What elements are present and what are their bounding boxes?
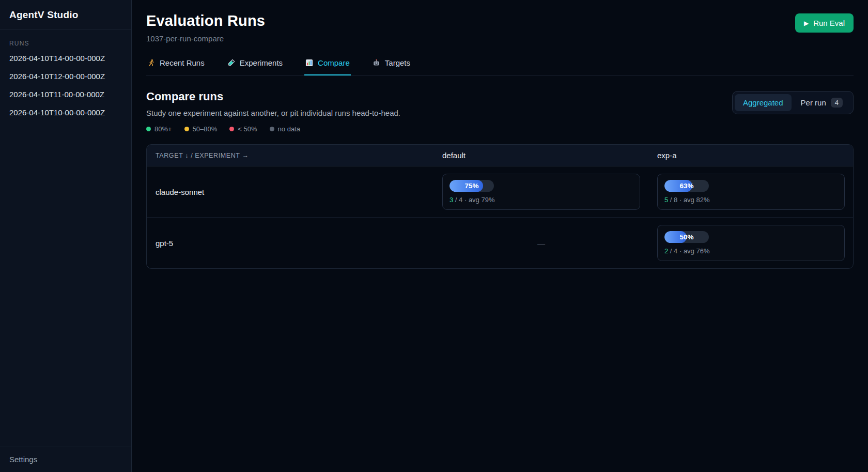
score-legend: 80%+ 50–80% < 50% no data [146, 125, 400, 133]
legend-label: no data [278, 125, 300, 133]
score-card: 63% 5 / 8 · avg 82% [657, 174, 845, 210]
compare-table: TARGET ↓ / EXPERIMENT → default exp-a cl… [146, 144, 854, 269]
per-run-count-badge: 4 [831, 98, 843, 108]
compare-title: Compare runs [146, 90, 400, 103]
legend-item-high: 80%+ [146, 125, 172, 133]
app-title: AgentV Studio [0, 0, 131, 29]
robot-icon [373, 59, 380, 67]
toggle-per-run[interactable]: Per run 4 [793, 94, 851, 112]
view-mode-toggle: Aggregated Per run 4 [732, 91, 854, 114]
bar-chart-icon [305, 59, 313, 67]
green-dot-icon [146, 127, 151, 131]
target-label: claude-sonnet [147, 188, 442, 196]
legend-item-nodata: no data [270, 125, 300, 133]
play-icon: ▶ [804, 20, 809, 26]
sidebar-item-run[interactable]: 2026-04-10T11-00-00-000Z [0, 85, 131, 103]
run-eval-button[interactable]: ▶ Run Eval [795, 13, 854, 33]
column-header-exp-a: exp-a [657, 151, 853, 160]
separator: / [453, 196, 459, 204]
score-stats: 2 / 4 · avg 76% [664, 247, 838, 255]
score-stats: 5 / 8 · avg 82% [664, 196, 838, 204]
run-eval-label: Run Eval [813, 19, 845, 27]
separator: · [677, 196, 684, 204]
test-tube-icon [227, 59, 235, 67]
settings-link[interactable]: Settings [9, 455, 37, 464]
legend-label: 80%+ [154, 125, 172, 133]
red-dot-icon [229, 127, 234, 131]
separator: / [668, 247, 674, 255]
legend-item-mid: 50–80% [184, 125, 218, 133]
sidebar-item-run[interactable]: 2026-04-10T10-00-00-000Z [0, 103, 131, 121]
pill-percent-label: 75% [450, 180, 494, 192]
tab-recent-runs[interactable]: Recent Runs [146, 55, 206, 75]
tab-experiments[interactable]: Experiments [226, 55, 284, 75]
toggle-aggregated-label: Aggregated [743, 98, 783, 107]
avg-score: avg 82% [684, 196, 710, 204]
toggle-per-run-label: Per run [801, 98, 826, 107]
table-header-row: TARGET ↓ / EXPERIMENT → default exp-a [147, 145, 853, 166]
separator: · [462, 196, 469, 204]
compare-header-text: Compare runs Study one experiment agains… [146, 90, 400, 133]
tab-compare[interactable]: Compare [304, 55, 351, 75]
legend-label: < 50% [238, 125, 257, 133]
score-pill: 75% [450, 180, 494, 192]
target-label: gpt-5 [147, 239, 442, 248]
separator: / [668, 196, 674, 204]
tab-label: Compare [318, 58, 350, 67]
cell-claude-sonnet-exp-a[interactable]: 63% 5 / 8 · avg 82% [657, 174, 853, 210]
sidebar-item-run[interactable]: 2026-04-10T12-00-00-000Z [0, 67, 131, 85]
legend-item-low: < 50% [229, 125, 257, 133]
page-subtitle: 1037-per-run-compare [146, 34, 265, 43]
runner-icon [147, 59, 155, 67]
no-data-dash: — [442, 239, 640, 248]
tab-targets[interactable]: Targets [371, 55, 411, 75]
avg-score: avg 76% [684, 247, 710, 255]
cell-gpt-5-default: — [442, 239, 657, 248]
yellow-dot-icon [184, 127, 189, 131]
score-pill: 63% [664, 180, 709, 192]
toggle-aggregated[interactable]: Aggregated [735, 94, 792, 111]
cell-claude-sonnet-default[interactable]: 75% 3 / 4 · avg 79% [442, 174, 657, 210]
runs-list: 2026-04-10T14-00-00-000Z 2026-04-10T12-0… [0, 49, 131, 121]
sidebar: AgentV Studio RUNS 2026-04-10T14-00-00-0… [0, 0, 132, 472]
tab-label: Recent Runs [160, 58, 205, 67]
corner-header: TARGET ↓ / EXPERIMENT → [147, 152, 442, 159]
tab-bar: Recent Runs Experiments [146, 55, 854, 75]
tab-label: Targets [385, 58, 410, 67]
column-header-default: default [442, 151, 657, 160]
compare-description: Study one experiment against another, or… [146, 109, 400, 117]
pill-percent-label: 63% [664, 180, 709, 192]
tab-label: Experiments [240, 58, 283, 67]
sidebar-item-run[interactable]: 2026-04-10T14-00-00-000Z [0, 49, 131, 67]
compare-header: Compare runs Study one experiment agains… [146, 90, 854, 133]
legend-label: 50–80% [193, 125, 218, 133]
app-root: AgentV Studio RUNS 2026-04-10T14-00-00-0… [0, 0, 868, 472]
table-row: gpt-5 — 50% 2 / 4 · avg 76% [147, 218, 853, 268]
score-stats: 3 / 4 · avg 79% [450, 196, 633, 204]
score-pill: 50% [664, 231, 709, 243]
gray-dot-icon [270, 127, 274, 131]
score-card: 50% 2 / 4 · avg 76% [657, 225, 845, 261]
cell-gpt-5-exp-a[interactable]: 50% 2 / 4 · avg 76% [657, 225, 853, 261]
separator: · [677, 247, 684, 255]
score-card: 75% 3 / 4 · avg 79% [442, 174, 640, 210]
page-title: Evaluation Runs [146, 12, 265, 29]
sidebar-footer: Settings [0, 447, 131, 472]
page-header-text: Evaluation Runs 1037-per-run-compare [146, 12, 265, 43]
page-header: Evaluation Runs 1037-per-run-compare ▶ R… [146, 12, 854, 43]
avg-score: avg 79% [469, 196, 495, 204]
table-row: claude-sonnet 75% 3 / 4 · avg 79% [147, 166, 853, 218]
runs-section-label: RUNS [9, 40, 122, 47]
pill-percent-label: 50% [664, 231, 709, 243]
main-content: Evaluation Runs 1037-per-run-compare ▶ R… [132, 0, 868, 472]
